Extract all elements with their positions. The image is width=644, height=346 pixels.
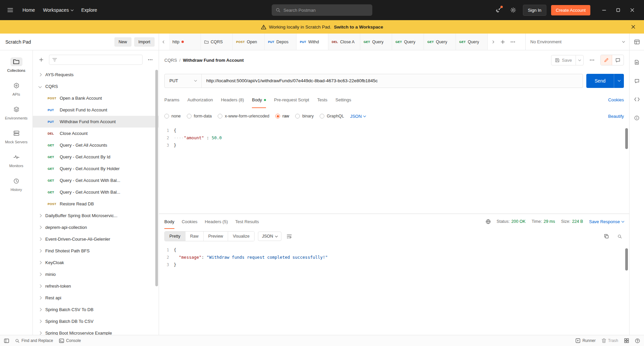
comments-button[interactable] (633, 77, 641, 85)
main-menu-icon[interactable] (5, 6, 15, 14)
beautify-link[interactable]: Beautify (608, 114, 624, 119)
rail-item-environments[interactable]: Environments (0, 101, 33, 125)
environment-quick-look-button[interactable] (629, 34, 644, 50)
open-tab-open[interactable]: POSTOpen (233, 34, 265, 50)
save-options-button[interactable] (576, 55, 583, 65)
request-deposit-fund-to-account[interactable]: PUTDeposit Fund to Account (33, 104, 159, 116)
request-info-button[interactable] (632, 113, 641, 122)
view-tab-pretty[interactable]: Pretty (165, 232, 185, 241)
maximize-button[interactable] (612, 4, 625, 16)
request-query-get-account-with-bal[interactable]: GETQuery - Get Account With Bal... (33, 186, 159, 198)
capture-requests-button[interactable] (493, 5, 503, 15)
new-tab-button[interactable] (498, 34, 508, 50)
trash-button[interactable]: Trash (602, 338, 618, 343)
toggle-sidebar-button[interactable] (4, 339, 9, 343)
environment-selector[interactable]: No Environment (525, 34, 629, 50)
sidebar-add-button[interactable] (37, 55, 46, 64)
close-window-button[interactable] (626, 4, 639, 16)
view-tab-preview[interactable]: Preview (204, 232, 228, 241)
nav-home[interactable]: Home (22, 5, 36, 15)
help-button[interactable] (635, 338, 640, 343)
request-tab-authorization[interactable]: Authorization (187, 92, 213, 108)
open-tab-query[interactable]: GETQuery (424, 34, 456, 50)
documentation-button[interactable] (633, 58, 641, 67)
collection-cqrs[interactable]: CQRS (33, 81, 159, 92)
collection-spring-batch-csv-to-db[interactable]: Spring Batch CSV To DB (33, 304, 159, 315)
open-tab-query[interactable]: GETQuery (360, 34, 392, 50)
tabs-scroll-right-button[interactable] (488, 34, 498, 50)
request-body-editor[interactable]: 1{2····"amount" : 50.03} (159, 124, 629, 214)
switch-workspace-link[interactable]: Switch to a Workspace (334, 24, 383, 30)
request-restore-read-db[interactable]: POSTRestore Read DB (33, 198, 159, 210)
two-pane-button[interactable] (624, 338, 629, 343)
request-withdraw-fund-from-account[interactable]: PUTWithdraw Fund from Account (33, 116, 159, 128)
request-query-get-all-accounts[interactable]: GETQuery - Get All Accounts (33, 139, 159, 151)
sidebar-more-button[interactable] (146, 57, 155, 62)
rail-item-history[interactable]: History (0, 172, 33, 196)
request-query-get-account-by-id[interactable]: GETQuery - Get Account By Id (33, 151, 159, 163)
body-type-form-data[interactable]: form-data (187, 114, 212, 118)
open-tab-query[interactable]: GETQuery (392, 34, 424, 50)
minimize-button[interactable] (598, 4, 610, 16)
console-button[interactable]: Console (59, 338, 81, 343)
request-tab-pre-request-script[interactable]: Pre-request Script (274, 92, 309, 108)
request-tab-body[interactable]: Body (252, 92, 266, 108)
nav-explore[interactable]: Explore (80, 5, 98, 15)
breadcrumb-collection[interactable]: CQRS (164, 58, 177, 63)
collection-dailybuffer-spring-boot-microservic[interactable]: DailyBuffer Spring Boot Microservic... (33, 210, 159, 221)
search-response-button[interactable] (615, 232, 624, 241)
collection-find-shotest-path-bfs[interactable]: Find Shotest Path BFS (33, 245, 159, 257)
collection-minio[interactable]: minio (33, 268, 159, 280)
rail-item-mock-servers[interactable]: Mock Servers (0, 125, 33, 148)
request-tab-params[interactable]: Params (164, 92, 179, 108)
runner-button[interactable]: Runner (576, 338, 595, 343)
request-tab-headers-8[interactable]: Headers (8) (221, 92, 244, 108)
new-button[interactable]: New (114, 37, 131, 47)
collection-spring-boot-microservice-example[interactable]: Spring Boot Microservice Example (33, 327, 159, 335)
rename-button[interactable] (601, 55, 612, 65)
tabs-scroll-left-button[interactable] (159, 34, 169, 50)
open-tab-http[interactable]: http (169, 34, 201, 50)
send-options-button[interactable] (614, 74, 624, 88)
collection-spring-batch-db-to-csv[interactable]: Spring Batch DB To CSV (33, 315, 159, 327)
send-button[interactable]: Send (586, 74, 614, 88)
request-query-get-account-by-holder[interactable]: GETQuery - Get Account By Holder (33, 163, 159, 175)
rail-item-monitors[interactable]: Monitors (0, 148, 33, 172)
request-tab-tests[interactable]: Tests (317, 92, 327, 108)
save-response-button[interactable]: Save Response (589, 219, 624, 224)
response-tab-body[interactable]: Body (164, 214, 174, 229)
open-tab-cqrs[interactable]: CQRS (201, 34, 233, 50)
request-more-button[interactable] (588, 57, 596, 63)
view-tab-raw[interactable]: Raw (185, 232, 204, 241)
method-select[interactable]: PUT (165, 74, 202, 88)
nav-workspaces[interactable]: Workspaces (42, 5, 74, 15)
import-button[interactable]: Import (134, 37, 155, 47)
request-close-account[interactable]: DELClose Account (33, 128, 159, 139)
sidebar-filter-input[interactable] (49, 55, 143, 65)
code-snippet-button[interactable] (632, 95, 642, 103)
request-tab-settings[interactable]: Settings (335, 92, 351, 108)
collection-rest-api[interactable]: Rest api (33, 292, 159, 304)
collection-ays-requests[interactable]: AYS-Requests (33, 69, 159, 81)
response-tab-test-results[interactable]: Test Results (235, 214, 259, 229)
sign-in-button[interactable]: Sign In (523, 5, 546, 16)
open-tab-depos[interactable]: PUTDepos (265, 34, 297, 50)
rail-item-apis[interactable]: APIs (0, 77, 33, 101)
url-input[interactable]: http://localhost:5000/api/v1/withdrawFun… (202, 74, 583, 88)
request-open-a-bank-account[interactable]: POSTOpen a Bank Account (33, 92, 159, 104)
settings-button[interactable] (508, 5, 518, 15)
collection-event-driven-course-ali-gelenler[interactable]: Event-Driven-Course-Ali-Gelenler (33, 233, 159, 245)
body-type-graphql[interactable]: GraphQL (320, 114, 344, 118)
response-tab-headers-5[interactable]: Headers (5) (205, 214, 228, 229)
rail-item-collections[interactable]: Collections (0, 53, 33, 77)
view-tab-visualize[interactable]: Visualize (228, 232, 254, 241)
save-button[interactable]: Save (551, 55, 576, 65)
cookies-link[interactable]: Cookies (608, 97, 624, 102)
open-tab-close-a[interactable]: DELClose A (328, 34, 360, 50)
tab-options-button[interactable] (508, 34, 518, 50)
collection-refresh-token[interactable]: refresh-token (33, 280, 159, 292)
open-tab-query[interactable]: GETQuery (456, 34, 488, 50)
response-format-select[interactable]: JSON (258, 232, 281, 241)
open-tab-withd[interactable]: PUTWithd (297, 34, 328, 50)
wrap-lines-button[interactable] (285, 232, 294, 240)
